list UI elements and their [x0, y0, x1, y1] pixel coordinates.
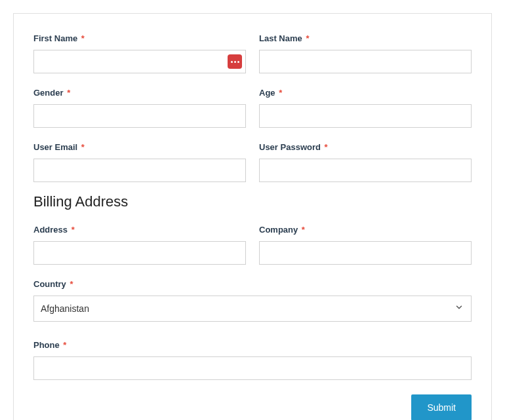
form-row: Gender * Age * [33, 88, 472, 128]
country-field-group: Country * Afghanistan [33, 279, 472, 322]
label-text: User Password [259, 142, 321, 152]
age-label: Age * [259, 88, 472, 98]
required-marker: * [67, 88, 70, 98]
user-email-label: User Email * [33, 142, 246, 152]
first-name-field-group: First Name * [33, 33, 246, 73]
country-label: Country * [33, 279, 472, 289]
input-action-icon[interactable] [228, 54, 242, 69]
last-name-field-group: Last Name * [259, 33, 472, 73]
address-label: Address * [33, 225, 246, 235]
company-field-group: Company * [259, 225, 472, 265]
required-marker: * [63, 340, 66, 350]
last-name-input[interactable] [259, 50, 472, 73]
form-actions: Submit [33, 394, 472, 420]
company-input[interactable] [259, 241, 472, 265]
address-input[interactable] [33, 241, 246, 265]
label-text: Last Name [259, 33, 302, 43]
user-email-field-group: User Email * [33, 142, 246, 182]
label-text: User Email [33, 142, 77, 152]
required-marker: * [70, 279, 73, 289]
phone-input[interactable] [33, 356, 472, 380]
form-container: First Name * Last Name * Gender * [13, 13, 492, 420]
required-marker: * [81, 142, 85, 152]
input-wrapper [33, 50, 246, 73]
address-field-group: Address * [33, 225, 246, 265]
form-row: First Name * Last Name * [33, 33, 472, 73]
last-name-label: Last Name * [259, 33, 472, 43]
label-text: Phone [33, 340, 60, 350]
user-password-input[interactable] [259, 159, 472, 182]
user-password-label: User Password * [259, 142, 472, 152]
user-email-input[interactable] [33, 159, 246, 182]
required-marker: * [81, 33, 85, 43]
required-marker: * [71, 225, 75, 235]
label-text: Address [33, 225, 68, 235]
label-text: Company [259, 225, 298, 235]
label-text: Gender [33, 88, 64, 98]
form-row: Address * Company * [33, 225, 472, 265]
submit-button[interactable]: Submit [411, 394, 472, 420]
company-label: Company * [259, 225, 472, 235]
first-name-input[interactable] [33, 50, 246, 73]
required-marker: * [302, 225, 305, 235]
phone-label: Phone * [33, 340, 472, 350]
label-text: First Name [33, 33, 77, 43]
required-marker: * [306, 33, 309, 43]
age-input[interactable] [259, 104, 472, 128]
label-text: Country [33, 279, 66, 289]
first-name-label: First Name * [33, 33, 246, 43]
gender-input[interactable] [33, 104, 246, 128]
section-title: Billing Address [33, 193, 472, 210]
select-wrapper: Afghanistan [33, 296, 472, 322]
user-password-field-group: User Password * [259, 142, 472, 182]
country-selected-value: Afghanistan [41, 303, 89, 314]
form-row: User Email * User Password * [33, 142, 472, 182]
age-field-group: Age * [259, 88, 472, 128]
phone-field-group: Phone * [33, 340, 472, 380]
label-text: Age [259, 88, 275, 98]
gender-field-group: Gender * [33, 88, 246, 128]
country-select[interactable]: Afghanistan [33, 296, 472, 322]
required-marker: * [325, 142, 328, 152]
gender-label: Gender * [33, 88, 246, 98]
required-marker: * [279, 88, 282, 98]
